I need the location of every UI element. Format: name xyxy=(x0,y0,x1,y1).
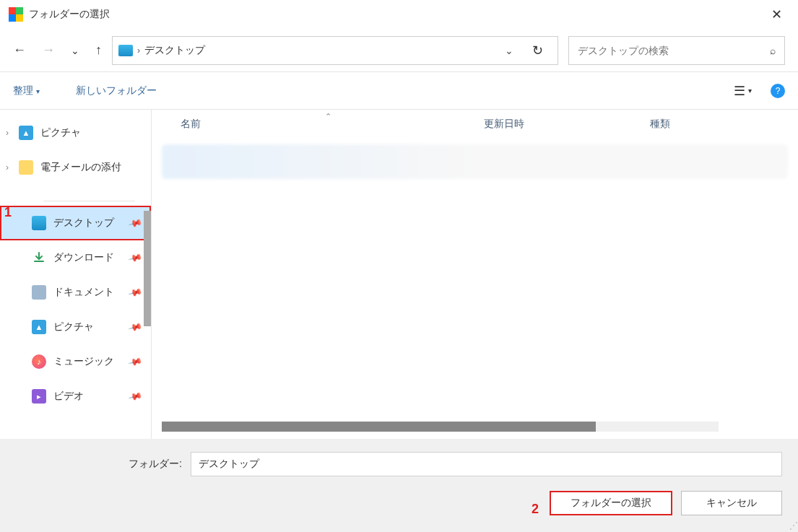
toolbar-left: 整理 ▾ 新しいフォルダー xyxy=(13,84,157,97)
pin-icon[interactable]: 📌 xyxy=(127,389,142,404)
pictures-icon: ▲ xyxy=(19,126,33,140)
folder-icon xyxy=(19,160,33,175)
file-row-blurred xyxy=(162,144,788,179)
document-icon xyxy=(32,285,46,300)
titlebar: フォルダーの選択 ✕ xyxy=(0,0,798,29)
refresh-button[interactable]: ↻ xyxy=(524,43,552,58)
help-button[interactable]: ? xyxy=(771,84,785,98)
pin-icon[interactable]: 📌 xyxy=(127,354,142,370)
pin-icon[interactable]: 📌 xyxy=(127,216,142,231)
sidebar-scrollbar[interactable] xyxy=(144,211,151,326)
download-icon xyxy=(32,250,46,265)
button-row: フォルダーの選択 キャンセル xyxy=(16,491,782,515)
search-input[interactable] xyxy=(578,45,758,56)
select-folder-button[interactable]: フォルダーの選択 xyxy=(550,491,672,515)
new-folder-button[interactable]: 新しいフォルダー xyxy=(76,84,157,97)
pin-icon[interactable]: 📌 xyxy=(127,285,142,300)
column-name[interactable]: ⌃ 名前 xyxy=(181,118,484,131)
tree-label: ミュージック xyxy=(53,355,114,368)
tree-label: 電子メールの添付 xyxy=(40,161,121,174)
forward-button[interactable]: → xyxy=(42,43,55,58)
recent-dropdown[interactable]: ⌄ xyxy=(71,45,79,56)
tree-item-email[interactable]: › 電子メールの添付 xyxy=(0,150,151,185)
column-headers: ⌃ 名前 更新日時 種類 xyxy=(152,110,798,139)
path-segment[interactable]: デスクトップ xyxy=(144,44,205,57)
desktop-path-icon xyxy=(118,45,133,56)
tree-label: ピクチャ xyxy=(53,320,94,333)
tree-item-videos[interactable]: ▸ ビデオ 📌 xyxy=(0,379,151,414)
main-area: › ▲ ピクチャ › 電子メールの添付 デスクトップ 📌 ダウンロード 📌 ドキ… xyxy=(0,110,798,439)
column-date[interactable]: 更新日時 xyxy=(484,118,650,131)
tree-label: ダウンロード xyxy=(53,251,114,264)
toolbar-right: ☰ ▾ ? xyxy=(734,83,785,99)
navbar: ← → ⌄ ↑ › デスクトップ ⌄ ↻ ⌕ xyxy=(0,29,798,72)
chevron-right-icon[interactable]: › xyxy=(6,162,9,173)
tree-item-downloads[interactable]: ダウンロード 📌 xyxy=(0,240,151,275)
folder-name-input[interactable] xyxy=(191,452,782,476)
cancel-button[interactable]: キャンセル xyxy=(681,491,782,515)
address-bar[interactable]: › デスクトップ ⌄ ↻ xyxy=(112,36,558,65)
music-icon: ♪ xyxy=(32,354,46,369)
titlebar-left: フォルダーの選択 xyxy=(9,7,110,22)
path-separator-icon: › xyxy=(137,45,140,56)
horizontal-scrollbar[interactable] xyxy=(162,422,719,432)
window-title: フォルダーの選択 xyxy=(29,8,110,21)
back-button[interactable]: ← xyxy=(13,43,26,58)
up-button[interactable]: ↑ xyxy=(95,43,102,58)
folder-name-label: フォルダー: xyxy=(16,458,182,471)
video-icon: ▸ xyxy=(32,389,46,404)
view-menu[interactable]: ☰ ▾ xyxy=(734,83,752,99)
path-history-dropdown[interactable]: ⌄ xyxy=(499,45,519,56)
app-icon xyxy=(9,7,23,22)
tree-item-pictures[interactable]: ▲ ピクチャ 📌 xyxy=(0,310,151,344)
column-type[interactable]: 種類 xyxy=(650,118,798,131)
tree-item-documents[interactable]: ドキュメント 📌 xyxy=(0,275,151,310)
pin-icon[interactable]: 📌 xyxy=(127,320,142,335)
bottom-panel: フォルダー: フォルダーの選択 キャンセル xyxy=(0,439,798,527)
resize-grip-icon[interactable]: ⋰ xyxy=(789,520,797,531)
pin-icon[interactable]: 📌 xyxy=(127,250,142,266)
file-list: ⌃ 名前 更新日時 種類 xyxy=(152,110,798,439)
tree-label: ドキュメント xyxy=(53,286,114,299)
tree-item-desktop[interactable]: デスクトップ 📌 xyxy=(0,206,151,240)
tree-label: ビデオ xyxy=(53,390,84,403)
tree-item-pictures-top[interactable]: › ▲ ピクチャ xyxy=(0,115,151,150)
tree-label: デスクトップ xyxy=(53,217,114,230)
chevron-right-icon[interactable]: › xyxy=(6,128,9,138)
tree-item-music[interactable]: ♪ ミュージック 📌 xyxy=(0,344,151,379)
toolbar: 整理 ▾ 新しいフォルダー ☰ ▾ ? xyxy=(0,72,798,110)
sidebar: › ▲ ピクチャ › 電子メールの添付 デスクトップ 📌 ダウンロード 📌 ドキ… xyxy=(0,110,152,439)
nav-arrows: ← → ⌄ ↑ xyxy=(13,43,102,58)
search-box[interactable]: ⌕ xyxy=(568,36,785,65)
pictures-icon: ▲ xyxy=(32,320,46,334)
close-button[interactable]: ✕ xyxy=(764,4,789,25)
sort-indicator-icon: ⌃ xyxy=(325,112,331,121)
desktop-icon xyxy=(32,216,46,230)
organize-menu[interactable]: 整理 ▾ xyxy=(13,84,40,97)
scrollbar-thumb[interactable] xyxy=(162,422,596,432)
tree-label: ピクチャ xyxy=(40,126,81,139)
folder-row: フォルダー: xyxy=(16,452,782,476)
search-icon[interactable]: ⌕ xyxy=(770,45,776,56)
